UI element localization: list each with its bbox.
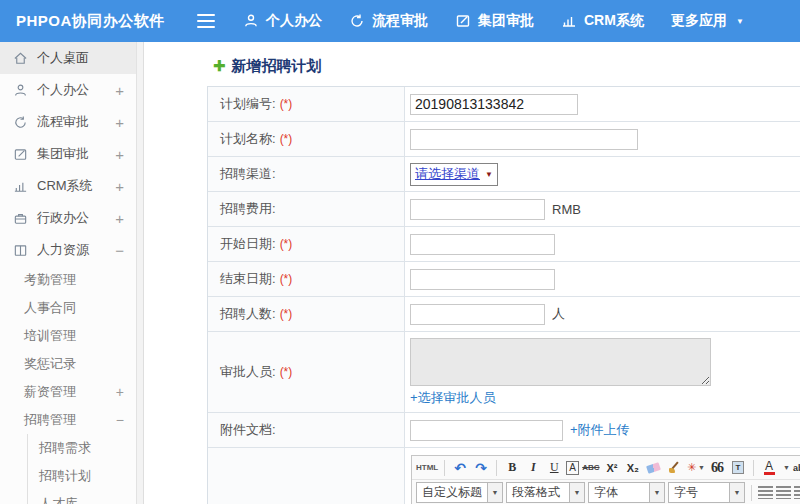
top-navigation: 个人办公 流程审批 集团审批 CRM系统 更多应用 ▼ [243,12,744,30]
subscript-button[interactable]: X₂ [624,458,642,478]
font-color-button[interactable]: A [760,458,778,478]
sidebar-item-admin-office[interactable]: 行政办公 + [0,202,136,234]
sidebar-item-hr[interactable]: 人力资源 − [0,234,136,266]
bold-button[interactable]: B [503,458,521,478]
channel-select-value: 请选择渠道 [415,165,480,183]
sidebar-item-recruit-demand[interactable]: 招聘需求 [28,434,136,462]
expand-plus-icon[interactable]: + [116,384,124,400]
highlight-color-button[interactable]: ab✎ [793,458,800,478]
topnav-label: 集团审批 [478,12,534,30]
expand-plus-icon[interactable]: + [115,146,124,163]
flow-icon [13,115,28,130]
app-title: PHPOA协同办公软件 [0,12,181,31]
sidebar-item-crm[interactable]: CRM系统 + [0,170,136,202]
chart-icon [13,179,28,194]
font-border-button[interactable]: A [566,461,579,475]
recruitment-submenu: 招聘需求 招聘计划 人才库 [27,434,136,504]
align-center-icon[interactable] [776,486,791,499]
collapse-minus-icon[interactable]: − [115,242,124,259]
topnav-crm[interactable]: CRM系统 [561,12,644,30]
topnav-more-apps[interactable]: 更多应用 ▼ [671,12,744,30]
recruit-plan-form: 计划编号:(*) 计划名称:(*) 招聘渠道: 请选择渠道 ▼ 招聘费用: RM… [207,86,800,504]
topnav-workflow-approval[interactable]: 流程审批 [349,12,428,30]
caret-down-icon[interactable]: ▼ [783,464,790,471]
sidebar-subitem-label: 招聘计划 [39,467,91,485]
sidebar-item-recruit-plan[interactable]: 招聘计划 [28,462,136,490]
sidebar-item-personal-desktop[interactable]: 个人桌面 [0,42,136,74]
strikethrough-button[interactable]: ABC [582,458,600,478]
edit-icon [455,13,471,29]
sidebar-item-talent-pool[interactable]: 人才库 [28,490,136,504]
main-content: ✚ 新增招聘计划 计划编号:(*) 计划名称:(*) 招聘渠道: 请选择渠道 ▼ [144,42,800,504]
expand-plus-icon[interactable]: + [115,114,124,131]
start-date-input[interactable] [410,234,555,255]
flow-icon [349,13,365,29]
format-brush-icon[interactable] [666,458,684,478]
end-date-input[interactable] [410,269,555,290]
sidebar-item-hr-contract[interactable]: 人事合同 [0,294,136,322]
toolbar-separator [444,460,445,476]
headcount-input[interactable] [410,304,545,325]
plan-number-input[interactable] [410,94,578,115]
choose-approvers-link[interactable]: +选择审批人员 [410,389,496,407]
form-row-plan-name: 计划名称:(*) [208,122,800,157]
budget-input[interactable] [410,199,545,220]
rich-text-editor: HTML ↶ ↷ B I U A ABC X² X₂ [411,455,800,504]
attachment-upload-link[interactable]: +附件上传 [570,421,630,439]
sidebar-item-personal-office[interactable]: 个人办公 + [0,74,136,106]
page-title: ✚ 新增招聘计划 [144,42,800,76]
custom-heading-dropdown[interactable]: 自定义标题 ▼ [416,482,503,503]
attachment-input[interactable] [410,420,563,441]
underline-button[interactable]: U [545,458,563,478]
paragraph-format-dropdown[interactable]: 段落格式 ▼ [506,482,585,503]
hamburger-menu-icon[interactable] [197,14,215,28]
sidebar-item-training[interactable]: 培训管理 [0,322,136,350]
field-label: 招聘费用: [220,200,276,218]
redo-icon[interactable]: ↷ [472,458,490,478]
field-label: 结束日期: [220,270,276,288]
topnav-label: 个人办公 [266,12,322,30]
sidebar-item-label: CRM系统 [37,177,93,195]
editor-toolbar-row2: 自定义标题 ▼ 段落格式 ▼ 字体 ▼ [412,480,800,504]
italic-button[interactable]: I [524,458,542,478]
caret-down-icon: ▼ [570,482,585,503]
sidebar-item-rewards[interactable]: 奖惩记录 [0,350,136,378]
font-family-dropdown[interactable]: 字体 ▼ [588,482,665,503]
expand-plus-icon[interactable]: + [115,82,124,99]
book-icon [13,243,28,258]
topnav-personal-office[interactable]: 个人办公 [243,12,322,30]
sidebar-item-salary[interactable]: 薪资管理 + [0,378,136,406]
briefcase-icon [13,211,28,226]
expand-plus-icon[interactable]: + [115,178,124,195]
field-label: 招聘渠道: [220,165,276,183]
approvers-textarea[interactable] [410,338,711,386]
sidebar-item-workflow-approval[interactable]: 流程审批 + [0,106,136,138]
person-icon [243,13,259,29]
blockquote-button[interactable]: 66 [708,458,726,478]
required-mark: (*) [280,272,293,286]
field-label: 审批人员: [220,363,276,381]
html-source-button[interactable]: HTML [416,458,438,478]
undo-icon[interactable]: ↶ [451,458,469,478]
form-row-budget: 招聘费用: RMB [208,192,800,227]
sidebar-item-attendance[interactable]: 考勤管理 [0,266,136,294]
caret-down-icon: ▼ [736,17,744,26]
align-right-icon[interactable] [794,486,800,499]
plan-name-input[interactable] [410,129,638,150]
form-row-start-date: 开始日期:(*) [208,227,800,262]
paste-text-icon[interactable]: T [729,458,747,478]
sidebar-item-group-approval[interactable]: 集团审批 + [0,138,136,170]
sidebar-scrollbar[interactable] [137,42,144,504]
channel-select[interactable]: 请选择渠道 ▼ [410,163,498,186]
sidebar-item-recruitment[interactable]: 招聘管理 − [0,406,136,434]
form-row-attachment: 附件文档: +附件上传 [208,413,800,448]
font-size-dropdown[interactable]: 字号 ▼ [668,482,745,503]
topnav-group-approval[interactable]: 集团审批 [455,12,534,30]
auto-format-icon[interactable]: ✳▼ [687,458,705,478]
align-left-icon[interactable] [758,486,773,499]
collapse-minus-icon[interactable]: − [116,412,124,428]
eraser-icon[interactable] [645,458,663,478]
form-row-end-date: 结束日期:(*) [208,262,800,297]
superscript-button[interactable]: X² [603,458,621,478]
expand-plus-icon[interactable]: + [115,210,124,227]
